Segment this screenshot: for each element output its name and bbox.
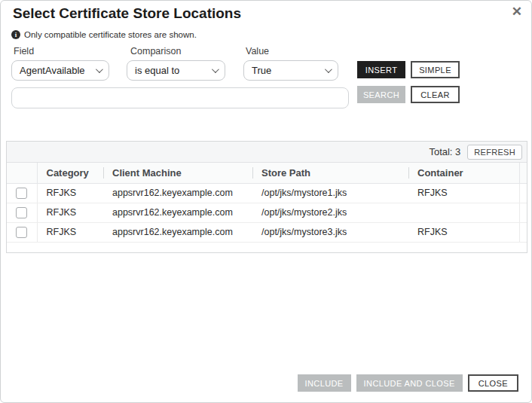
simple-button[interactable]: SIMPLE [411, 61, 460, 78]
cell-category: RFJKS [37, 222, 103, 242]
info-note-row: i Only compatible certificate stores are… [11, 30, 197, 39]
close-icon[interactable]: ✕ [512, 5, 522, 20]
table-header-row: Category Client Machine Store Path Conta… [7, 163, 527, 183]
row-select-checkbox[interactable] [16, 207, 27, 218]
cell-client-machine: appsrvr162.keyexample.com [103, 222, 252, 242]
total-count-label: Total: 3 [429, 146, 460, 157]
dialog-title: Select Certificate Store Locations [13, 5, 241, 22]
column-header-container: Container [408, 163, 519, 183]
search-query-input[interactable] [11, 87, 349, 108]
comparison-select[interactable]: is equal to [127, 60, 225, 81]
spacer-cell [519, 203, 527, 222]
checkbox-column-header [7, 163, 37, 183]
dialog-footer: INCLUDE INCLUDE AND CLOSE CLOSE [298, 374, 519, 392]
include-and-close-button[interactable]: INCLUDE AND CLOSE [356, 374, 463, 392]
table-toolbar: Total: 3 REFRESH [7, 142, 527, 163]
field-select-value: AgentAvailable [20, 65, 85, 76]
spacer-cell [519, 183, 527, 203]
value-select[interactable]: True [243, 60, 338, 81]
cell-store-path: /opt/jks/mystore1.jks [252, 183, 408, 203]
column-header-category: Category [37, 163, 103, 183]
cell-container: RFJKS [408, 222, 519, 242]
column-header-client-machine: Client Machine [103, 163, 252, 183]
search-button[interactable]: SEARCH [357, 86, 405, 103]
close-button[interactable]: CLOSE [468, 374, 518, 392]
certificate-store-table: Total: 3 REFRESH Category Client Machine… [6, 141, 527, 253]
column-header-store-path: Store Path [252, 163, 408, 183]
comparison-select-value: is equal to [135, 65, 179, 76]
chevron-down-icon [325, 66, 332, 73]
value-select-value: True [252, 65, 271, 76]
chevron-down-icon [212, 66, 219, 73]
field-label: Field [14, 46, 34, 56]
store-locations-grid: Category Client Machine Store Path Conta… [7, 163, 527, 243]
table-row: RFJKS appsrvr162.keyexample.com /opt/jks… [7, 222, 527, 242]
cell-client-machine: appsrvr162.keyexample.com [103, 203, 252, 222]
cell-container [408, 203, 519, 222]
row-select-checkbox[interactable] [16, 188, 27, 199]
cell-category: RFJKS [37, 203, 103, 222]
refresh-button[interactable]: REFRESH [467, 145, 522, 160]
cell-store-path: /opt/jks/mystore2.jks [252, 203, 408, 222]
cell-store-path: /opt/jks/mystore3.jks [252, 222, 408, 242]
insert-button[interactable]: INSERT [357, 61, 405, 78]
value-label: Value [246, 46, 269, 56]
spacer-column-header [519, 163, 527, 183]
select-certificate-store-locations-dialog: Select Certificate Store Locations ✕ i O… [0, 0, 532, 403]
chevron-down-icon [96, 66, 103, 73]
cell-client-machine: appsrvr162.keyexample.com [103, 183, 252, 203]
table-row: RFJKS appsrvr162.keyexample.com /opt/jks… [7, 203, 527, 222]
cell-container: RFJKS [408, 183, 519, 203]
cell-category: RFJKS [37, 183, 103, 203]
field-select[interactable]: AgentAvailable [11, 60, 109, 81]
spacer-cell [519, 222, 527, 242]
clear-button[interactable]: CLEAR [411, 86, 460, 103]
table-row: RFJKS appsrvr162.keyexample.com /opt/jks… [7, 183, 527, 203]
info-note-text: Only compatible certificate stores are s… [24, 30, 197, 39]
comparison-label: Comparison [130, 46, 181, 56]
include-button[interactable]: INCLUDE [298, 374, 351, 392]
row-select-checkbox[interactable] [16, 227, 27, 238]
info-icon: i [11, 30, 20, 39]
